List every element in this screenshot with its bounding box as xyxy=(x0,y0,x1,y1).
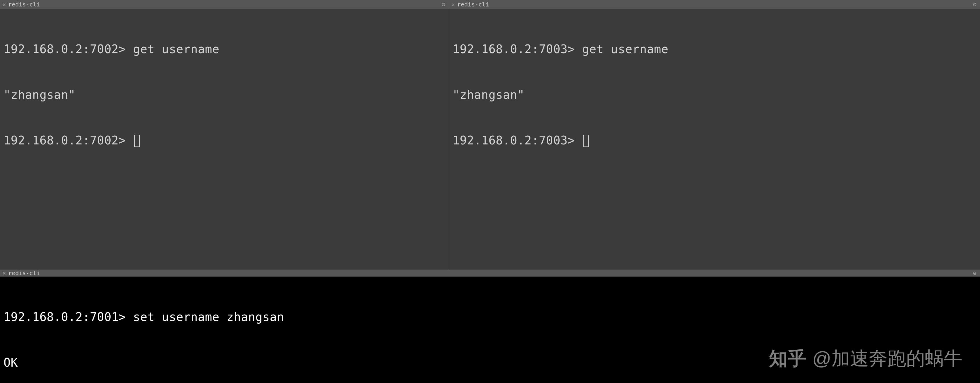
terminal-line: 192.168.0.2:7003> xyxy=(453,133,977,148)
output: "zhangsan" xyxy=(453,88,525,101)
prompt: 192.168.0.2:7003> xyxy=(453,43,575,56)
terminal-line: 192.168.0.2:7001> set username zhangsan xyxy=(3,309,977,324)
terminal-content[interactable]: 192.168.0.2:7002> get username "zhangsan… xyxy=(0,9,449,181)
terminal-content[interactable]: 192.168.0.2:7003> get username "zhangsan… xyxy=(449,9,980,181)
cursor xyxy=(134,135,140,147)
tab-title[interactable]: redis-cli xyxy=(457,1,489,8)
tab-title[interactable]: redis-cli xyxy=(8,269,40,277)
close-icon[interactable]: × xyxy=(451,2,455,7)
output: OK xyxy=(3,356,18,369)
command: set username zhangsan xyxy=(126,310,284,324)
tab-title[interactable]: redis-cli xyxy=(8,1,40,8)
watermark-author: @加速奔跑的蜗牛 xyxy=(812,346,963,371)
tab-bar: × redis-cli ⊜ xyxy=(0,269,980,277)
prompt: 192.168.0.2:7002> xyxy=(3,43,126,56)
tab-bar: × redis-cli ⊜ xyxy=(0,0,449,9)
menu-icon[interactable]: ⊜ xyxy=(973,1,977,8)
prompt: 192.168.0.2:7002> xyxy=(3,134,126,147)
terminal-line: "zhangsan" xyxy=(3,87,445,102)
close-icon[interactable]: × xyxy=(2,270,6,276)
prompt: 192.168.0.2:7003> xyxy=(453,134,575,147)
terminal-line: 192.168.0.2:7002> get username xyxy=(3,41,445,57)
menu-icon[interactable]: ⊜ xyxy=(973,269,977,277)
watermark: 知乎 @加速奔跑的蜗牛 xyxy=(769,346,963,371)
terminal-pane-top-left: × redis-cli ⊜ 192.168.0.2:7002> get user… xyxy=(0,0,449,269)
terminal-line: 192.168.0.2:7003> get username xyxy=(453,41,977,57)
command xyxy=(126,134,133,147)
terminal-line: "zhangsan" xyxy=(453,87,977,102)
command xyxy=(575,134,582,147)
cursor xyxy=(583,135,589,147)
tab-bar: × redis-cli ⊜ xyxy=(449,0,980,9)
terminal-pane-top-right: × redis-cli ⊜ 192.168.0.2:7003> get user… xyxy=(449,0,980,269)
zhihu-logo: 知乎 xyxy=(769,346,807,371)
prompt: 192.168.0.2:7001> xyxy=(3,310,126,324)
command: get username xyxy=(126,43,220,56)
menu-icon[interactable]: ⊜ xyxy=(442,1,445,8)
terminal-line: 192.168.0.2:7002> xyxy=(3,133,445,148)
close-icon[interactable]: × xyxy=(2,2,6,7)
output: "zhangsan" xyxy=(3,88,76,101)
command: get username xyxy=(575,43,668,56)
